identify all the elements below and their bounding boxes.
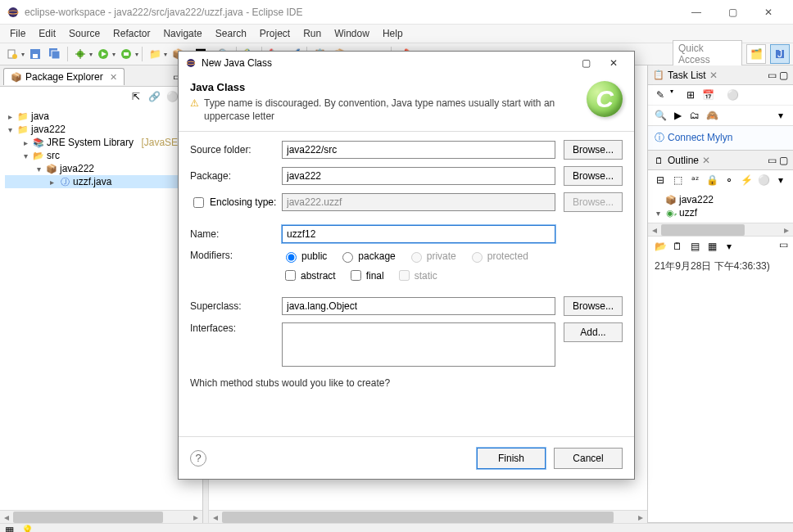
task-menu-button[interactable]: ▾ (773, 108, 788, 123)
menu-source[interactable]: Source (62, 26, 106, 41)
filter-fields-button[interactable]: ⬚ (670, 173, 685, 187)
menu-navigate[interactable]: Navigate (156, 26, 208, 41)
categorize-button[interactable]: ⊞ (683, 88, 698, 102)
quick-access-input[interactable]: Quick Access (673, 40, 742, 68)
modifier-package[interactable]: package (338, 250, 395, 263)
run-button[interactable] (94, 45, 112, 63)
schedule-button[interactable]: 📅 (700, 88, 715, 102)
sort-az-button[interactable]: ᵃᶻ (687, 173, 702, 187)
interfaces-add-button[interactable]: Add... (564, 322, 623, 342)
package-explorer-tab[interactable]: 📦 Package Explorer ✕ (3, 68, 125, 85)
source-folder-browse-button[interactable]: Browse... (564, 140, 623, 160)
dialog-close-button[interactable]: ✕ (600, 53, 628, 73)
window-maximize-button[interactable]: ▢ (714, 0, 750, 25)
task-list-title[interactable]: Task List (668, 70, 706, 81)
tree-src[interactable]: src (47, 150, 60, 161)
dialog-title-bar[interactable]: New Java Class ▢ ✕ (179, 52, 634, 74)
modifiers-label: Modifiers: (190, 250, 282, 261)
task-view-min[interactable]: ▭ (768, 70, 777, 81)
package-input[interactable] (282, 167, 555, 185)
new-java-project-button[interactable]: 📁 (146, 45, 164, 63)
task-view-max[interactable]: ▢ (779, 70, 788, 81)
superclass-browse-button[interactable]: Browse... (564, 296, 623, 316)
connect-mylyn-link[interactable]: ⓘConnect Mylyn (648, 125, 793, 150)
save-button[interactable] (26, 45, 44, 63)
status-icon1[interactable]: ▦ (0, 525, 18, 532)
outline-max[interactable]: ▢ (779, 155, 788, 166)
outline-pkg[interactable]: java222 (679, 194, 714, 205)
menu-run[interactable]: Run (297, 26, 328, 41)
tree-jre[interactable]: JRE System Library (47, 137, 134, 148)
menu-refactor[interactable]: Refactor (106, 26, 156, 41)
save-all-button[interactable] (46, 45, 64, 63)
project-tree[interactable]: ▸📁java ▾📁java222 ▸📚JRE System Library [J… (0, 106, 202, 192)
interfaces-list[interactable] (282, 322, 555, 367)
tree-file[interactable]: uzzf.java (73, 176, 111, 187)
outline-close-icon[interactable]: ✕ (702, 155, 710, 166)
window-minimize-button[interactable]: — (678, 0, 714, 25)
focus-button[interactable]: ⚪ (725, 88, 740, 102)
coverage-button[interactable] (117, 45, 135, 63)
breadcrumb-btn2[interactable]: 🗒 (670, 239, 685, 254)
bc-min[interactable]: ▭ (779, 239, 788, 254)
focus-outline-button[interactable]: ⚪ (756, 173, 771, 187)
breadcrumb-btn4[interactable]: ▦ (705, 239, 719, 254)
dialog-maximize-button[interactable]: ▢ (572, 53, 600, 73)
hide-local-button[interactable]: ⚡ (739, 173, 754, 187)
source-folder-input[interactable] (282, 141, 555, 159)
sort-button[interactable]: ⊟ (653, 173, 668, 187)
hide-nonpublic-button[interactable]: 🔒 (705, 173, 719, 187)
menu-file[interactable]: File (3, 26, 32, 41)
tree-project-java222[interactable]: java222 (31, 124, 66, 135)
tree-pkg[interactable]: java222 (60, 163, 94, 174)
collapse-all-button[interactable]: ⇱ (129, 89, 143, 104)
task-list-close-icon[interactable]: ✕ (709, 70, 718, 81)
finish-button[interactable]: Finish (477, 448, 546, 469)
hide-button[interactable]: 🙈 (705, 108, 719, 123)
name-input[interactable] (282, 225, 555, 243)
menu-window[interactable]: Window (328, 26, 376, 41)
svg-text:J: J (777, 48, 782, 60)
find-task-button[interactable]: 🔍 (653, 108, 668, 123)
java-perspective-button[interactable]: J (770, 44, 790, 64)
outline-menu-button[interactable]: ▾ (773, 173, 788, 187)
modifier-public[interactable]: public (282, 250, 327, 263)
superclass-input[interactable] (282, 297, 555, 315)
outline-class[interactable]: uzzf (679, 207, 697, 219)
editor-scrollbar[interactable]: ◂▸ (209, 510, 647, 523)
left-scrollbar[interactable]: ◂▸ (0, 510, 202, 523)
view-close-icon[interactable]: ✕ (110, 72, 117, 83)
modifier-final[interactable]: final (347, 268, 384, 283)
outline-scrollbar[interactable]: ◂▸ (648, 223, 793, 236)
tip-icon[interactable]: 💡 (18, 525, 36, 532)
tree-project-java[interactable]: java (31, 110, 49, 122)
menu-help[interactable]: Help (376, 26, 410, 41)
package-browse-button[interactable]: Browse... (564, 166, 623, 186)
open-perspective-button[interactable]: 🗂️ (746, 44, 766, 64)
synchronize-button[interactable]: 🗂 (687, 108, 702, 123)
menu-edit[interactable]: Edit (32, 26, 62, 41)
enclosing-type-checkbox[interactable] (193, 197, 204, 208)
breadcrumb-btn3[interactable]: ▤ (687, 239, 702, 254)
new-button[interactable] (3, 45, 21, 63)
breadcrumb-menu[interactable]: ▾ (722, 239, 736, 254)
window-close-button[interactable]: ✕ (750, 0, 786, 25)
help-button[interactable]: ? (190, 450, 206, 467)
menu-search[interactable]: Search (209, 26, 253, 41)
activate-button[interactable]: ▶ (670, 108, 685, 123)
new-java-class-dialog: New Java Class ▢ ✕ Java Class ⚠ Type nam… (178, 51, 635, 480)
interfaces-label: Interfaces: (190, 322, 282, 334)
outline-min[interactable]: ▭ (768, 155, 777, 166)
cancel-button[interactable]: Cancel (554, 448, 623, 469)
enclosing-type-label: Enclosing type: (210, 196, 276, 208)
hide-static-button[interactable]: ⚬ (722, 173, 736, 187)
link-editor-button[interactable]: 🔗 (147, 89, 161, 104)
modifier-abstract[interactable]: abstract (282, 268, 336, 283)
menu-project[interactable]: Project (253, 26, 297, 41)
outline-tree[interactable]: 📦java222 ▾◉ᵣuzzf (648, 190, 793, 223)
outline-title[interactable]: Outline (668, 155, 699, 166)
breadcrumb-btn1[interactable]: 📂 (653, 239, 668, 254)
debug-button[interactable] (71, 45, 89, 63)
new-task-button[interactable]: ✎ (653, 88, 668, 102)
dialog-header: Java Class (190, 81, 587, 93)
